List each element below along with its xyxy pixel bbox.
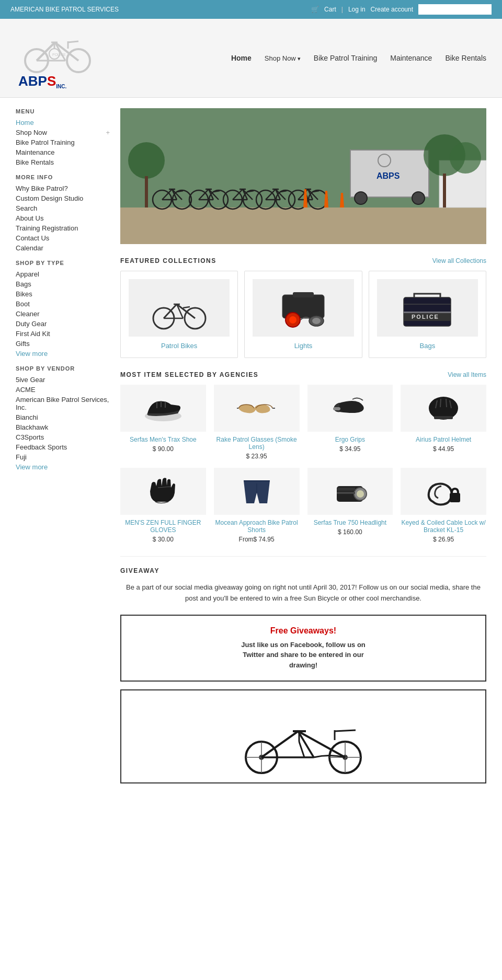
sidebar-type-bags[interactable]: Bags: [16, 280, 110, 288]
sidebar-menu-maintenance[interactable]: Maintenance: [16, 148, 110, 156]
menu-title: MENU: [16, 108, 110, 114]
sidebar-why-bike-patrol[interactable]: Why Bike Patrol?: [16, 185, 110, 192]
giveaway-social-box: Free Giveaways! Just like us on Facebook…: [120, 615, 486, 682]
nav-bike-patrol-training[interactable]: Bike Patrol Training: [314, 54, 377, 62]
giveaway-title: GIVEAWAY: [120, 567, 486, 574]
product-shorts: Mocean Approach Bike Patrol Shorts From$…: [214, 468, 300, 543]
sidebar-about-us[interactable]: About Us: [16, 214, 110, 222]
sidebar-type-gifts[interactable]: Gifts: [16, 340, 110, 348]
product-cable-lock: Keyed & Coiled Cable Lock w/ Bracket KL-…: [401, 468, 486, 543]
sidebar-type-apparel[interactable]: Apparel: [16, 270, 110, 278]
trax-shoe-price: $ 90.00: [120, 445, 206, 453]
svg-rect-90: [333, 407, 340, 410]
bags-name[interactable]: Bags: [420, 342, 436, 350]
cart-link[interactable]: Cart: [324, 6, 336, 13]
sidebar-vendor-view-more[interactable]: View more: [16, 463, 110, 471]
sidebar-vendor-blackhawk[interactable]: Blackhawk: [16, 423, 110, 431]
sidebar-vendor-feedback[interactable]: Feedback Sports: [16, 443, 110, 451]
svg-text:ABPS: ABPS: [376, 171, 400, 180]
sidebar-menu-home[interactable]: Home: [16, 119, 110, 126]
more-info-links: Why Bike Patrol? Custom Design Studio Se…: [16, 185, 110, 252]
nav-home[interactable]: Home: [231, 54, 252, 62]
nav-maintenance[interactable]: Maintenance: [390, 54, 432, 62]
sidebar-vendor-bianchi[interactable]: Bianchi: [16, 413, 110, 421]
svg-text:POLICE: POLICE: [52, 53, 66, 56]
shop-by-type-links: Apparel Bags Bikes Boot Cleaner Duty Gea…: [16, 270, 110, 358]
gloves-name[interactable]: MEN'S ZEN FULL FINGER GLOVES: [120, 519, 206, 534]
sidebar-vendor-fuji[interactable]: Fuji: [16, 453, 110, 461]
sidebar-vendor-5ive[interactable]: 5ive Gear: [16, 376, 110, 384]
grips-image: [307, 385, 393, 432]
cable-lock-name[interactable]: Keyed & Coiled Cable Lock w/ Bracket KL-…: [401, 519, 486, 534]
login-link[interactable]: Log in: [348, 6, 366, 13]
search-input[interactable]: [418, 4, 492, 15]
sidebar-vendor-acme[interactable]: ACME: [16, 386, 110, 394]
glasses-name[interactable]: Rake Patrol Glasses (Smoke Lens): [214, 436, 300, 451]
collection-bags[interactable]: POLICE Bags: [369, 271, 486, 358]
sidebar-vendor-abps[interactable]: American Bike Patrol Services, Inc.: [16, 396, 110, 411]
more-info-title: MORE INFO: [16, 174, 110, 180]
sidebar-menu-bike-patrol[interactable]: Bike Patrol Training: [16, 139, 110, 146]
logo-bike-icon: POLICE: [16, 27, 99, 74]
hero-svg: ABPS: [120, 108, 486, 244]
sidebar-menu-bike-rentals[interactable]: Bike Rentals: [16, 158, 110, 166]
lights-name[interactable]: Lights: [294, 342, 313, 350]
grips-name[interactable]: Ergo Grips: [307, 436, 393, 443]
product-gloves: MEN'S ZEN FULL FINGER GLOVES $ 30.00: [120, 468, 206, 543]
svg-line-6: [68, 41, 78, 42]
trax-shoe-image: [120, 385, 206, 432]
sidebar-contact-us[interactable]: Contact Us: [16, 234, 110, 242]
create-account-link[interactable]: Create account: [371, 6, 413, 13]
nav-shop-now[interactable]: Shop Now: [265, 54, 301, 62]
cable-lock-image: [401, 468, 486, 515]
sidebar-type-cleaner[interactable]: Cleaner: [16, 310, 110, 318]
giveaway-section: GIVEAWAY Be a part of our social media g…: [120, 556, 486, 783]
svg-point-65: [450, 142, 481, 174]
product-glasses: Rake Patrol Glasses (Smoke Lens) $ 23.95: [214, 385, 300, 460]
product-headlight: Serfas True 750 Headlight $ 160.00: [307, 468, 393, 543]
view-all-collections[interactable]: View all Collections: [432, 257, 486, 264]
svg-point-16: [412, 192, 425, 204]
collections-grid: Patrol Bikes: [120, 271, 486, 358]
sidebar-type-first-aid[interactable]: First Aid Kit: [16, 330, 110, 338]
shorts-image: [214, 468, 300, 515]
patrol-bikes-name[interactable]: Patrol Bikes: [161, 342, 197, 350]
sidebar-vendor-c3sports[interactable]: C3Sports: [16, 433, 110, 441]
sidebar-menu-shop-now[interactable]: Shop Now+: [16, 129, 110, 136]
svg-point-63: [128, 142, 165, 179]
sidebar-calendar[interactable]: Calendar: [16, 244, 110, 252]
sidebar-type-bikes[interactable]: Bikes: [16, 290, 110, 298]
giveaway-description: Be a part of our social media giveaway g…: [120, 582, 486, 604]
main-nav: Home Shop Now Bike Patrol Training Maint…: [231, 54, 486, 62]
view-all-items[interactable]: View all Items: [448, 371, 486, 378]
shorts-name[interactable]: Mocean Approach Bike Patrol Shorts: [214, 519, 300, 534]
nav-bike-rentals[interactable]: Bike Rentals: [445, 54, 486, 62]
bags-image: POLICE: [377, 279, 478, 337]
sidebar-custom-design[interactable]: Custom Design Studio: [16, 194, 110, 202]
top-bar-right: 🛒 Cart | Log in Create account: [311, 4, 492, 15]
logo-area: POLICE ABPSINC.: [16, 27, 99, 89]
svg-rect-77: [293, 292, 314, 297]
cart-icon: 🛒: [311, 6, 319, 13]
featured-collections-header: FEATURED COLLECTIONS View all Collection…: [120, 257, 486, 264]
product-grips: Ergo Grips $ 34.95: [307, 385, 393, 460]
collection-patrol-bikes[interactable]: Patrol Bikes: [120, 271, 238, 358]
helmet-name[interactable]: Airius Patrol Helmet: [401, 436, 486, 443]
svg-rect-103: [337, 488, 355, 491]
sidebar-training-registration[interactable]: Training Registration: [16, 224, 110, 232]
sidebar-type-duty-gear[interactable]: Duty Gear: [16, 320, 110, 328]
hero-image: ABPS: [120, 108, 486, 244]
sidebar-type-view-more[interactable]: View more: [16, 350, 110, 358]
collection-lights[interactable]: Lights: [244, 271, 362, 358]
svg-point-81: [312, 318, 321, 324]
svg-rect-85: [404, 312, 451, 313]
trax-shoe-name[interactable]: Serfas Men's Trax Shoe: [120, 436, 206, 443]
svg-rect-105: [450, 493, 460, 502]
sidebar-search[interactable]: Search: [16, 204, 110, 212]
cable-lock-price: $ 26.95: [401, 536, 486, 543]
svg-line-2: [37, 42, 55, 61]
grips-price: $ 34.95: [307, 445, 393, 453]
sidebar-type-boot[interactable]: Boot: [16, 300, 110, 308]
headlight-name[interactable]: Serfas True 750 Headlight: [307, 519, 393, 526]
products-grid: Serfas Men's Trax Shoe $ 90.00 Rake Patr…: [120, 385, 486, 543]
